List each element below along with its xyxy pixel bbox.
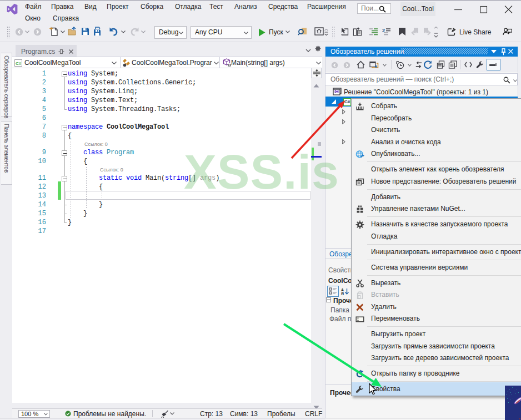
svg-text:C#: C# [16,61,22,66]
svg-text:Я: Я [341,292,344,295]
svg-text:А: А [341,288,344,292]
